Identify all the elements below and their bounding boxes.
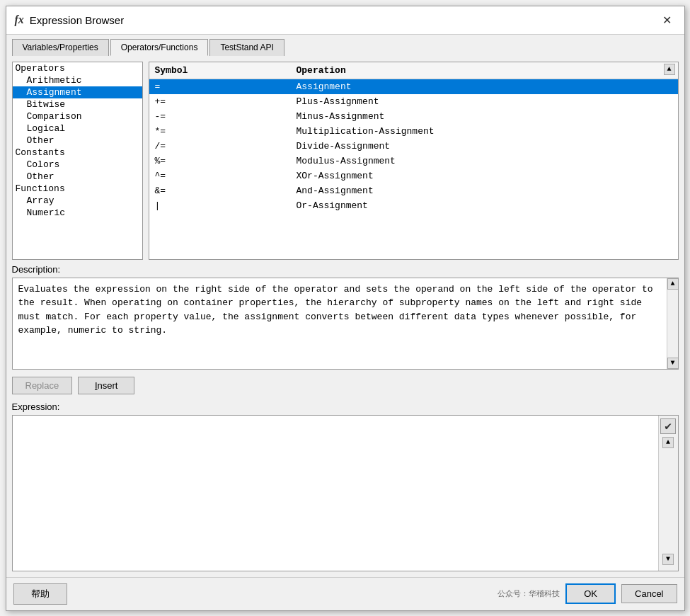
tree-item-functions[interactable]: Functions (13, 183, 142, 195)
insert-button[interactable]: Insert (78, 377, 134, 394)
op-operation-plus-assign: Plus-Assignment (294, 96, 675, 108)
close-button[interactable]: ✕ (658, 12, 676, 28)
tree-item-logical[interactable]: Logical (13, 122, 142, 135)
tree-item-other-const[interactable]: Other (13, 171, 142, 183)
expression-input[interactable] (13, 416, 658, 571)
expr-scroll-up[interactable]: ▲ (662, 437, 674, 448)
bottom-right: 公众号：华稽科技 OK Cancel (498, 583, 677, 604)
tree-item-comparison[interactable]: Comparison (13, 110, 142, 122)
tree-item-arithmetic[interactable]: Arithmetic (13, 74, 142, 86)
operator-row-or-assign[interactable]: | Or-Assignment (149, 198, 678, 213)
op-operation-xor-assign: XOr-Assignment (294, 170, 675, 182)
operator-row-div-assign[interactable]: /= Divide-Assignment (149, 139, 678, 154)
op-symbol-mod-eq: %= (152, 155, 294, 167)
tree-item-array[interactable]: Array (13, 195, 142, 207)
tree-scroll[interactable]: Operators Arithmetic Assignment Bitwise … (13, 62, 142, 259)
desc-scroll-up[interactable]: ▲ (667, 278, 679, 290)
op-symbol-div-eq: /= (152, 140, 294, 152)
operators-scroll[interactable]: = Assignment += Plus-Assignment -= Minus… (149, 79, 678, 259)
tree-item-bitwise[interactable]: Bitwise (13, 98, 142, 110)
content-area: Operators Arithmetic Assignment Bitwise … (6, 56, 684, 577)
operator-row-xor-assign[interactable]: ^= XOr-Assignment (149, 169, 678, 183)
tree-item-colors[interactable]: Colors (13, 159, 142, 171)
help-button[interactable]: 帮助 (13, 583, 67, 605)
operator-row-minus-assign[interactable]: -= Minus-Assignment (149, 109, 678, 124)
op-operation-assignment: Assignment (294, 81, 675, 93)
operator-row-mult-assign[interactable]: *= Multiplication-Assignment (149, 124, 678, 139)
main-window: fx Expression Browser ✕ Variables/Proper… (6, 6, 685, 611)
replace-button[interactable]: Replace (12, 377, 73, 394)
op-operation-or-assign: Or-Assignment (294, 200, 675, 212)
op-operation-div-assign: Divide-Assignment (294, 140, 675, 152)
symbol-header: Symbol (152, 64, 294, 77)
watermark: 公众号：华稽科技 (498, 588, 560, 599)
operator-row-and-assign[interactable]: &= And-Assignment (149, 183, 678, 198)
expression-sidebar: ✔ ▲ ▼ (658, 416, 678, 571)
op-symbol-minus-eq: -= (152, 110, 294, 122)
op-operation-mod-assign: Modulus-Assignment (294, 155, 675, 167)
tab-operators[interactable]: Operators/Functions (110, 39, 209, 56)
top-panel: Operators Arithmetic Assignment Bitwise … (12, 62, 679, 260)
tab-variables[interactable]: Variables/Properties (12, 39, 109, 56)
expr-scroll-down[interactable]: ▼ (662, 554, 674, 565)
expression-section: Expression: ✔ ▲ ▼ (12, 401, 679, 571)
description-text: Evaluates the expression on the right si… (13, 278, 667, 369)
op-symbol-plus-eq: += (152, 96, 294, 108)
action-buttons-row: Replace Insert (12, 374, 679, 397)
operator-row-plus-assign[interactable]: += Plus-Assignment (149, 94, 678, 109)
op-operation-and-assign: And-Assignment (294, 185, 675, 197)
tree-item-numeric[interactable]: Numeric (13, 207, 142, 219)
operator-row-mod-assign[interactable]: %= Modulus-Assignment (149, 154, 678, 169)
table-scroll-up[interactable]: ▲ (664, 64, 675, 75)
expression-box: ✔ ▲ ▼ (12, 415, 679, 571)
title-bar-left: fx Expression Browser (15, 13, 125, 26)
operators-header: Symbol Operation ▲ (149, 62, 678, 79)
description-label: Description: (12, 264, 679, 275)
cancel-button[interactable]: Cancel (621, 584, 677, 603)
op-operation-minus-assign: Minus-Assignment (294, 110, 675, 122)
op-symbol-eq: = (152, 81, 294, 93)
window-title: Expression Browser (30, 14, 124, 26)
op-symbol-mult-eq: *= (152, 125, 294, 137)
ok-button[interactable]: OK (565, 583, 616, 604)
op-symbol-and-eq: &= (152, 185, 294, 197)
tab-teststand[interactable]: TestStand API (209, 39, 284, 56)
operator-row-assignment[interactable]: = Assignment (149, 79, 678, 94)
tree-item-operators[interactable]: Operators (13, 62, 142, 74)
bottom-bar: 帮助 公众号：华稽科技 OK Cancel (6, 577, 684, 610)
tree-panel: Operators Arithmetic Assignment Bitwise … (12, 62, 143, 260)
tree-item-constants[interactable]: Constants (13, 147, 142, 159)
expression-label: Expression: (12, 401, 679, 412)
op-operation-mult-assign: Multiplication-Assignment (294, 125, 675, 137)
tabs-bar: Variables/Properties Operators/Functions… (6, 35, 684, 56)
fx-icon: fx (15, 13, 24, 26)
description-box: Evaluates the expression on the right si… (12, 278, 679, 370)
description-section: Description: Evaluates the expression on… (12, 264, 679, 370)
tree-item-assignment[interactable]: Assignment (13, 86, 142, 98)
operators-panel: Symbol Operation ▲ = Assignment += Plus-… (149, 62, 679, 260)
tree-item-other-op[interactable]: Other (13, 135, 142, 147)
checkmark-button[interactable]: ✔ (660, 418, 676, 434)
title-bar: fx Expression Browser ✕ (6, 6, 684, 35)
description-scrollbar[interactable]: ▲ ▼ (667, 278, 678, 369)
operation-header: Operation (294, 64, 664, 77)
op-symbol-or: | (152, 200, 294, 212)
op-symbol-xor-eq: ^= (152, 170, 294, 182)
desc-scroll-down[interactable]: ▼ (667, 358, 679, 369)
